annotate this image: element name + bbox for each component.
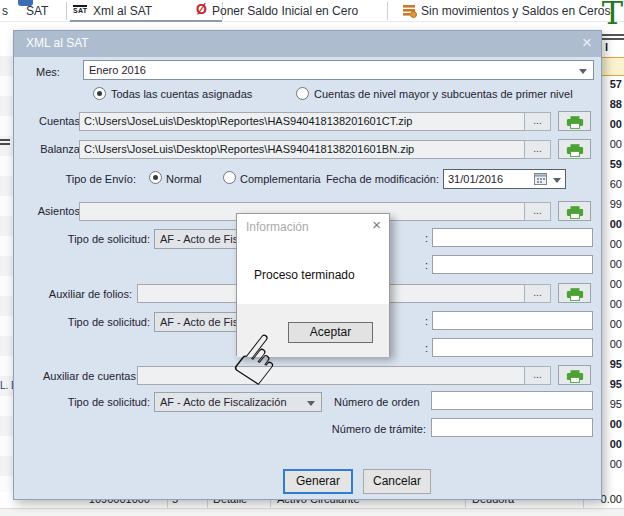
balanza-label: Balanza: [23,143,83,155]
dialog-title-bar: XML al SAT × [14,31,601,57]
modal-message: Proceso terminado [254,268,355,282]
asientos-browse-button[interactable]: ... [524,202,551,221]
bg-header-fragment: l [605,41,608,53]
radio-normal-label[interactable]: Normal [166,173,201,185]
mes-label: Mes: [36,66,60,78]
numero-tramite-field[interactable] [431,418,593,437]
numero-orden-field[interactable] [431,391,593,410]
bg-left-fragment: L. D [0,380,13,391]
hidden-label-colon: : [425,232,428,244]
radio-nivel-label[interactable]: Cuentas de nivel mayor y subcuentas de p… [314,88,573,100]
toolbar-fragment-text: s [2,4,8,18]
radio-complementaria[interactable] [223,171,236,184]
movements-list-icon [403,4,417,22]
radio-nivel[interactable] [296,87,309,100]
modal-title: Información [246,220,309,234]
asientos-print-button[interactable] [558,201,591,221]
chevron-down-icon [579,69,587,74]
tipo-solicitud-value: AF - Acto de Fiscalización [160,396,287,408]
printer-icon [566,205,584,222]
generar-button[interactable]: Generar [283,469,353,494]
numero-orden-label: Número de orden [334,396,420,408]
asientos-numero-orden-field[interactable] [432,228,593,247]
tipo-solicitud-label: Tipo de solicitud: [23,233,150,245]
toolbar-item-poner-saldo[interactable]: Poner Saldo Inicial en Cero [212,4,358,18]
tipo-solicitud-label: Tipo de solicitud: [23,316,150,328]
hidden-label-colon: : [425,259,428,271]
aceptar-button[interactable]: Aceptar [288,322,373,343]
toolbar-separator [387,2,388,20]
aux-cuentas-browse-button[interactable]: ... [524,366,551,385]
aux-cuentas-print-button[interactable] [558,365,591,385]
toolbar-item-sin-movimientos[interactable]: Sin movimientos y Saldos en Ceros [421,4,610,18]
cuentas-browse-button[interactable]: ... [524,112,551,131]
fecha-modificacion-label: Fecha de modificación: [321,173,439,185]
hidden-label-colon: : [425,315,428,327]
balanza-browse-button[interactable]: ... [524,140,551,159]
folios-numero-orden-field[interactable] [432,311,593,330]
cancelar-button[interactable]: Cancelar [363,469,431,494]
toolbar-item-sat[interactable]: SAT [26,4,48,18]
fecha-datepicker[interactable]: 31/01/2016 [443,169,566,189]
cuentas-label: Cuentas: [23,115,83,127]
close-icon[interactable]: × [582,34,592,52]
aux-folios-print-button[interactable] [558,283,591,303]
bg-left-grid-line [0,139,10,145]
sat-logo-icon: SAT [73,5,87,14]
zero-slash-icon: Ø [196,1,207,17]
bg-left-strip: L. D [0,56,13,500]
mes-value: Enero 2016 [89,64,146,76]
bg-footer-strip [0,508,624,516]
modal-footer: Aceptar [237,304,389,357]
radio-todas[interactable] [93,87,106,100]
bg-grid-header-line [602,34,624,40]
printer-icon [566,115,584,132]
bg-cell-amount: 0.00 [601,493,622,505]
asientos-label: Asientos: [23,205,83,217]
aux-folios-label: Auxiliar de folios: [23,288,132,300]
printer-icon [566,287,584,304]
balanza-path-field[interactable]: C:\Users\JoseLuis\Desktop\Reportes\HAS94… [79,140,531,159]
chevron-down-icon[interactable] [553,178,561,183]
background-letter-t: T [602,0,623,32]
radio-normal[interactable] [149,171,162,184]
tipo-solicitud-label: Tipo de solicitud: [23,396,150,408]
mes-combobox[interactable]: Enero 2016 [83,60,594,80]
aux-cuentas-path-field[interactable] [137,366,531,385]
close-icon[interactable]: × [372,216,381,233]
printer-icon [566,369,584,386]
toolbar-item-xml-al-sat[interactable]: Xml al SAT [93,4,152,18]
folios-numero-tramite-field[interactable] [432,338,593,357]
printer-icon [566,143,584,160]
cuentas-path-field[interactable]: C:\Users\JoseLuis\Desktop\Reportes\HAS94… [79,112,531,131]
cuentas-print-button[interactable] [558,111,591,131]
aux-cuentas-label: Auxiliar de cuentas: [23,370,139,382]
calendar-icon [534,173,547,187]
balanza-print-button[interactable] [558,139,591,159]
radio-todas-label[interactable]: Todas las cuentas asignadas [111,88,252,100]
ribbon-toolbar: s SAT SAT Xml al SAT Ø Poner Saldo Inici… [0,0,624,22]
asientos-numero-tramite-field[interactable] [432,255,593,274]
tipo-solicitud-combobox[interactable]: AF - Acto de Fiscalización [154,392,322,412]
tipo-envio-label: Tipo de Envío: [36,173,136,185]
toolbar-separator [66,2,67,20]
fecha-value: 31/01/2016 [448,173,503,185]
informacion-modal: Información × Proceso terminado Aceptar [236,213,390,356]
radio-complementaria-label[interactable]: Complementaria [240,173,321,185]
bg-highlighted-cell [602,57,624,76]
dialog-title: XML al SAT [26,36,89,50]
chevron-down-icon [307,401,315,406]
aux-folios-browse-button[interactable]: ... [524,284,551,303]
hidden-label-colon: : [425,342,428,354]
active-item-underline [70,20,222,22]
numero-tramite-label: Número de trámite: [306,423,426,435]
